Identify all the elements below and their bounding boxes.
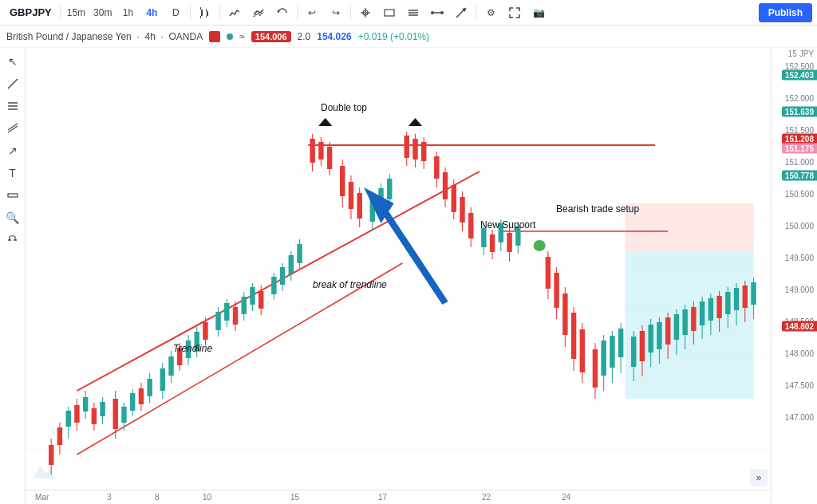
tf-4h[interactable]: 4h [140,3,163,22]
current-price: 154.026 [317,31,351,42]
svg-rect-158 [601,341,606,376]
svg-rect-127 [443,172,448,199]
svg-rect-180 [700,301,705,325]
x-label-mar: Mar [35,493,49,502]
svg-rect-188 [734,288,739,310]
fullscreen-btn[interactable] [503,3,526,22]
line-btn[interactable] [402,3,424,22]
svg-marker-6 [277,10,280,13]
svg-marker-196 [408,118,422,126]
arrow-icon [455,6,468,19]
svg-rect-143 [515,226,520,246]
svg-rect-61 [121,407,126,423]
svg-rect-152 [571,313,576,359]
tf-15m[interactable]: 15m [64,3,89,22]
svg-rect-172 [665,317,670,345]
price-label-152000: 152.000 [785,93,814,102]
line-icon [407,6,420,19]
svg-rect-150 [562,293,567,335]
tf-1h[interactable]: 1h [116,3,139,22]
pair-full-name: British Pound / Japanese Yen [6,31,132,42]
svg-line-193 [377,199,445,303]
svg-rect-3 [207,11,208,16]
svg-point-16 [440,11,444,14]
draw-channel-tool[interactable] [2,118,23,139]
undo-btn[interactable]: ↩ [301,3,323,22]
svg-rect-89 [250,287,255,305]
price-label-149000: 149.000 [785,285,814,294]
svg-rect-4 [206,9,207,11]
price-scale: 15 JPY 152.500 152.000 151.500 151.000 1… [771,48,817,504]
blue-arrow [364,187,445,303]
svg-rect-1 [200,7,201,10]
draw-hline-tool[interactable] [2,96,23,116]
replay-icon [276,6,289,19]
svg-rect-156 [593,349,598,388]
zoom-tool[interactable]: 🔍 [2,207,23,228]
cursor-tool[interactable]: ↖ [2,51,23,72]
draw-line-tool[interactable] [2,73,23,94]
hline-btn[interactable] [426,3,448,22]
x-label-3: 3 [107,493,112,502]
measure-icon [7,190,18,201]
svg-rect-176 [682,309,687,335]
magnet-tool[interactable] [2,230,23,250]
svg-rect-81 [215,312,220,330]
draw-line-icon [7,78,18,89]
separator4 [297,6,298,20]
svg-rect-190 [743,285,748,308]
svg-rect-123 [421,142,426,161]
x-label-24: 24 [562,493,570,502]
chart-area[interactable]: Double top Trendline break of trendline … [26,48,771,504]
svg-rect-164 [631,337,636,367]
tv-logo-icon [32,463,57,482]
svg-rect-2 [200,16,201,18]
screenshot-btn[interactable]: 📷 [527,3,550,22]
svg-rect-135 [481,228,486,247]
price-label-147500: 147.500 [785,381,814,390]
chart-type-btn[interactable] [194,3,216,22]
x-axis: Mar 3 8 10 15 17 22 24 [26,490,771,504]
double-top-arrows [318,118,422,126]
price-label-151500: 151.500 [785,125,814,134]
expand-btn[interactable]: » [750,469,768,486]
svg-rect-0 [201,10,203,16]
tf-D[interactable]: D [164,3,187,22]
left-toolbar: ↖ ↗ T 🔍 [0,48,26,504]
svg-rect-109 [349,182,353,209]
svg-line-42 [77,171,480,391]
arrow-btn[interactable] [450,3,472,22]
x-label-15: 15 [290,493,299,502]
svg-rect-25 [8,194,18,197]
indicators-btn[interactable] [223,3,246,22]
magnet-icon [7,234,18,246]
draw-hline-icon [7,100,18,112]
rectangle-btn[interactable] [378,3,401,22]
text-tool[interactable]: T [2,163,23,183]
redo-btn[interactable]: ↪ [325,3,347,22]
crosshair-btn[interactable] [354,3,377,22]
tf-30m[interactable]: 30m [90,3,115,22]
draw-arrow-tool[interactable]: ↗ [2,140,23,161]
timeframe-label: 4h [144,31,155,42]
price-label-147000: 147.000 [785,413,814,422]
svg-point-15 [431,11,434,14]
publish-button[interactable]: Publish [759,3,812,22]
measure-tool[interactable] [2,185,23,206]
x-label-8: 8 [155,493,160,502]
svg-rect-38 [625,251,753,399]
top-toolbar: GBPJPY 15m 30m 1h 4h D ↩ [0,0,817,26]
svg-rect-95 [280,267,285,285]
svg-rect-119 [405,136,409,158]
svg-rect-105 [327,147,332,169]
rectangle-icon [383,6,396,19]
main-area: ↖ ↗ T 🔍 [0,48,817,504]
compare-btn[interactable] [247,3,270,22]
svg-rect-178 [691,307,696,331]
settings-btn[interactable]: ⚙ [480,3,502,22]
compare-icon [252,6,265,19]
replay-btn[interactable] [271,3,294,22]
svg-rect-166 [640,331,645,361]
x-label-10: 10 [203,493,211,502]
svg-line-19 [8,79,18,89]
